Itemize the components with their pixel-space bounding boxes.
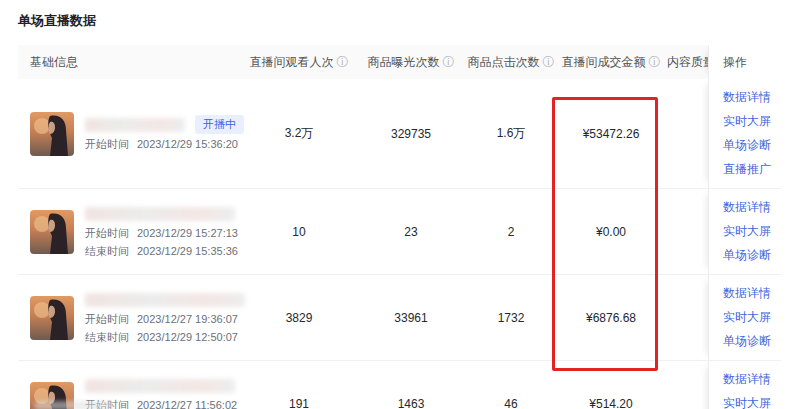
action-link[interactable]: 数据详情: [723, 89, 771, 106]
live-data-page: 单场直播数据 基础信息 直播间观看人次 ⓘ 商品曝光次数 ⓘ 商品点击次数 ⓘ …: [0, 0, 799, 409]
col-header-label: 商品点击次数: [468, 54, 540, 71]
table-header-row: 基础信息 直播间观看人次 ⓘ 商品曝光次数 ⓘ 商品点击次数 ⓘ 直播间成交金额…: [18, 45, 781, 79]
clicks-value: 2: [467, 189, 555, 274]
actions-list: 数据详情实时大屏单场诊断: [723, 361, 771, 409]
streamer-avatar: [30, 296, 74, 340]
actions-list: 数据详情实时大屏单场诊断直播推广: [723, 79, 771, 188]
live-sessions-table: 基础信息 直播间观看人次 ⓘ 商品曝光次数 ⓘ 商品点击次数 ⓘ 直播间成交金额…: [18, 45, 781, 409]
col-header-label: 基础信息: [30, 54, 78, 71]
end-time-value: 2023/12/29 12:50:07: [137, 331, 238, 343]
start-time-value: 2023/12/29 15:27:13: [137, 227, 238, 239]
action-link[interactable]: 直播推广: [723, 161, 771, 178]
end-time-label: 结束时间: [85, 245, 129, 257]
exposures-value: 1463: [355, 361, 467, 409]
cut-off-text-fragment: [35, 401, 113, 409]
viewers-value: 3.2万: [243, 79, 355, 188]
clicks-value: 46: [467, 361, 555, 409]
info-icon[interactable]: ⓘ: [337, 56, 349, 68]
viewers-value: 191: [243, 361, 355, 409]
table-body: 开播中 开始时间2023/12/29 15:36:20 3.2万 329735 …: [18, 79, 781, 409]
end-time-line: 结束时间2023/12/29 12:50:07: [85, 330, 245, 345]
info-icon[interactable]: ⓘ: [543, 56, 555, 68]
actions-list: 数据详情实时大屏单场诊断: [723, 275, 771, 360]
end-time-value: 2023/12/29 15:35:36: [137, 245, 238, 257]
info-icon[interactable]: ⓘ: [649, 56, 661, 68]
actions-cell: 数据详情实时大屏单场诊断直播推广: [708, 79, 781, 188]
start-time-line: 开始时间2023/12/29 15:27:13: [85, 226, 238, 241]
col-header-label: 直播间成交金额: [562, 54, 646, 71]
viewers-value: 3829: [243, 275, 355, 360]
col-header-viewers: 直播间观看人次 ⓘ: [243, 45, 355, 79]
streamer-name-redacted: [85, 379, 235, 393]
clicks-value: 1.6万: [467, 79, 555, 188]
avatar-image: [30, 112, 74, 156]
col-header-label: 内容质量: [667, 54, 708, 71]
live-status-badge: 开播中: [195, 115, 244, 134]
streamer-name-redacted: [85, 293, 245, 307]
clicks-value: 1732: [467, 275, 555, 360]
table-row: 开播中 开始时间2023/12/29 15:36:20 3.2万 329735 …: [18, 79, 781, 189]
start-time-label: 开始时间: [85, 138, 129, 150]
basic-info-cell: 开始时间2023/12/27 19:36:07 结束时间2023/12/29 1…: [18, 275, 243, 360]
viewers-value: 10: [243, 189, 355, 274]
streamer-name-redacted: [85, 118, 185, 132]
action-link[interactable]: 实时大屏: [723, 309, 771, 326]
action-link[interactable]: 实时大屏: [723, 223, 771, 240]
basic-info-cell: 开播中 开始时间2023/12/29 15:36:20: [18, 79, 243, 188]
col-header-label: 直播间观看人次: [250, 54, 334, 71]
action-link[interactable]: 数据详情: [723, 371, 771, 388]
basic-info-cell: 开始时间2023/12/29 15:27:13 结束时间2023/12/29 1…: [18, 189, 243, 274]
quality-value: [667, 79, 708, 188]
start-time-label: 开始时间: [85, 227, 129, 239]
gmv-value: ¥6876.68: [555, 275, 667, 360]
table-row: 开始时间2023/12/29 15:27:13 结束时间2023/12/29 1…: [18, 189, 781, 275]
actions-cell: 数据详情实时大屏单场诊断: [708, 189, 781, 274]
streamer-avatar: [30, 210, 74, 254]
exposures-value: 329735: [355, 79, 467, 188]
actions-cell: 数据详情实时大屏单场诊断: [708, 275, 781, 360]
quality-value: [667, 189, 708, 274]
streamer-name-redacted: [85, 207, 235, 221]
col-header-label: 商品曝光次数: [368, 54, 440, 71]
col-header-basic-info: 基础信息: [18, 45, 243, 79]
action-link[interactable]: 单场诊断: [723, 333, 771, 350]
col-header-label: 操作: [723, 54, 747, 71]
table-row: 开始时间2023/12/27 19:36:07 结束时间2023/12/29 1…: [18, 275, 781, 361]
action-link[interactable]: 实时大屏: [723, 395, 771, 409]
avatar-image: [30, 296, 74, 340]
col-header-quality: 内容质量: [667, 45, 708, 79]
start-time-line: 开始时间2023/12/29 15:36:20: [85, 137, 244, 152]
actions-cell: 数据详情实时大屏单场诊断: [708, 361, 781, 409]
quality-value: [667, 361, 708, 409]
action-link[interactable]: 实时大屏: [723, 113, 771, 130]
exposures-value: 33961: [355, 275, 467, 360]
info-icon[interactable]: ⓘ: [443, 56, 455, 68]
col-header-exposures: 商品曝光次数 ⓘ: [355, 45, 467, 79]
streamer-avatar: [30, 112, 74, 156]
end-time-label: 结束时间: [85, 331, 129, 343]
actions-list: 数据详情实时大屏单场诊断: [723, 189, 771, 274]
col-header-gmv: 直播间成交金额 ⓘ: [555, 45, 667, 79]
page-title: 单场直播数据: [18, 12, 96, 30]
start-time-label: 开始时间: [85, 313, 129, 325]
action-link[interactable]: 单场诊断: [723, 137, 771, 154]
action-link[interactable]: 数据详情: [723, 199, 771, 216]
avatar-image: [30, 210, 74, 254]
start-time-line: 开始时间2023/12/27 19:36:07: [85, 312, 245, 327]
gmv-value: ¥0.00: [555, 189, 667, 274]
gmv-value: ¥53472.26: [555, 79, 667, 188]
start-time-value: 2023/12/27 19:36:07: [137, 313, 238, 325]
table-row: 开始时间2023/12/27 11:56:02 结束时间2023/12/27 1…: [18, 361, 781, 409]
exposures-value: 23: [355, 189, 467, 274]
start-time-value: 2023/12/27 11:56:02: [137, 399, 237, 409]
action-link[interactable]: 单场诊断: [723, 247, 771, 264]
action-link[interactable]: 数据详情: [723, 285, 771, 302]
quality-value: [667, 275, 708, 360]
gmv-value: ¥514.20: [555, 361, 667, 409]
col-header-actions: 操作: [708, 45, 781, 79]
end-time-line: 结束时间2023/12/29 15:35:36: [85, 244, 238, 259]
start-time-value: 2023/12/29 15:36:20: [137, 138, 238, 150]
col-header-clicks: 商品点击次数 ⓘ: [467, 45, 555, 79]
